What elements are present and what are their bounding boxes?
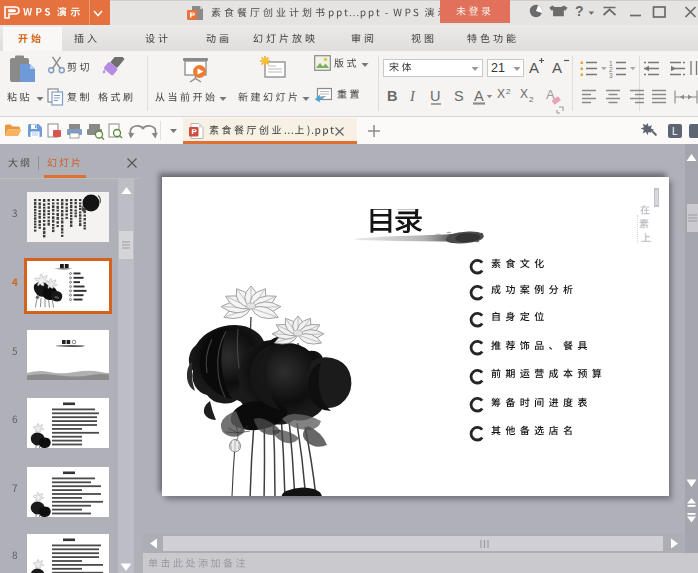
svg-text:X: X bbox=[520, 87, 528, 101]
svg-text:?: ? bbox=[575, 3, 584, 19]
svg-text:X: X bbox=[497, 87, 505, 101]
svg-text:3: 3 bbox=[609, 72, 613, 79]
svg-text:2: 2 bbox=[506, 87, 511, 96]
svg-text:2: 2 bbox=[529, 95, 534, 104]
svg-text:A: A bbox=[552, 59, 562, 76]
svg-text:A: A bbox=[474, 88, 484, 104]
svg-text:S: S bbox=[454, 88, 464, 104]
svg-text:A: A bbox=[529, 59, 539, 76]
svg-text:L: L bbox=[672, 126, 678, 137]
svg-text:I: I bbox=[409, 88, 416, 104]
svg-text:B: B bbox=[387, 88, 397, 104]
svg-text:U: U bbox=[430, 88, 440, 104]
